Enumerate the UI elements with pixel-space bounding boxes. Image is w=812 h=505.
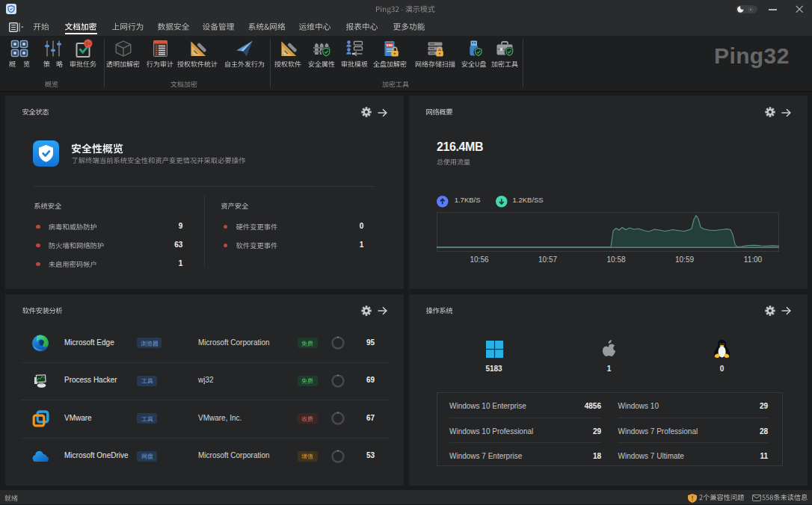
svg-text:SSD: SSD — [386, 43, 393, 47]
svg-text:9+: 9+ — [85, 41, 91, 46]
